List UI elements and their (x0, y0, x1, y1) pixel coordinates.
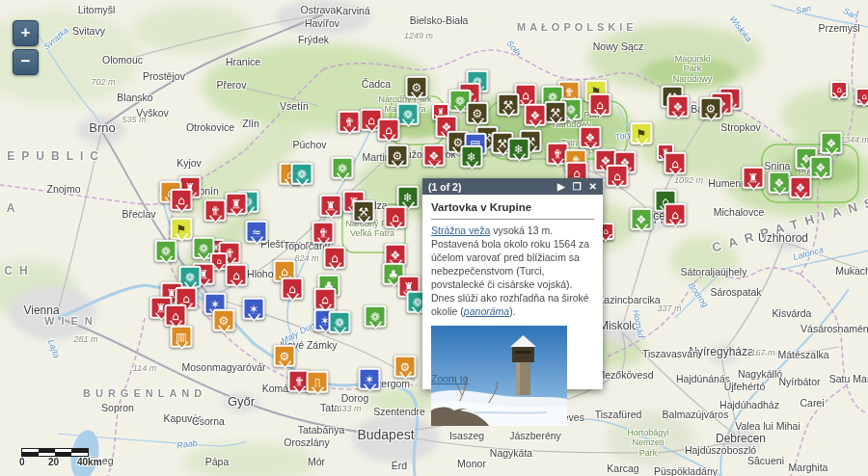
zoom-in-button[interactable]: + (13, 20, 39, 46)
scale-label-40km: 40km (77, 457, 102, 467)
popup-description-text: vysoká 13 m. Postavená bola okolo roku 1… (431, 225, 589, 317)
map-pin-manor-icon[interactable]: ⌂ (282, 278, 304, 300)
scale-bar: 0 20 40km (21, 448, 118, 468)
map-pin-mill-icon[interactable]: ⚙ (274, 345, 296, 367)
map-pin-church-icon[interactable]: ✟ (204, 199, 227, 222)
map-pin-church-icon[interactable]: ✟ (312, 222, 335, 244)
map-pin-door-icon[interactable]: ▯ (307, 371, 329, 393)
map-pin-ski-icon[interactable]: ❄ (397, 186, 420, 208)
maximize-icon[interactable]: ❐ (573, 182, 582, 192)
map-pin-mill-icon[interactable]: ⚙ (406, 76, 428, 98)
map-pin-manor-icon[interactable]: ⌂ (385, 206, 407, 228)
map-pin-eagle-icon[interactable]: ✶ (243, 298, 265, 320)
map-pin-ornament-icon[interactable]: ❖ (769, 172, 791, 194)
map-pin-folk-icon[interactable]: ❁ (155, 240, 177, 262)
close-icon[interactable]: ✕ (589, 182, 597, 192)
map-pin-castle-icon[interactable]: ♜ (320, 195, 342, 217)
map-pin-mine-icon[interactable]: ⚒ (498, 93, 520, 116)
map-pin-manor-icon[interactable]: ⌂ (171, 189, 193, 211)
map-pin-manor-icon[interactable]: ⌂ (855, 88, 868, 105)
map-pin-mill-icon[interactable]: ⚙ (394, 356, 417, 378)
map-pin-church-icon[interactable]: ✟ (339, 111, 361, 133)
strazna-veza-link[interactable]: Strážna veža (431, 225, 490, 236)
map-pin-hike-icon[interactable]: ⚑ (631, 122, 653, 145)
map-pin-folk-icon[interactable]: ❁ (365, 305, 387, 328)
map-pin-ski-icon[interactable]: ❄ (508, 138, 530, 160)
zoom-out-button[interactable]: − (13, 49, 39, 75)
map-pin-folk-icon[interactable]: ❁ (397, 103, 420, 125)
map-pin-ornament-icon[interactable]: ❖ (790, 176, 812, 198)
map-pin-castle-icon[interactable]: ♜ (743, 167, 765, 189)
panorama-link[interactable]: panoráma (464, 305, 509, 317)
map-pin-manor-icon[interactable]: ⌂ (830, 81, 848, 98)
map-pin-mill-icon[interactable]: ⚙ (700, 97, 722, 119)
map-pin-ornament-icon[interactable]: ❖ (810, 156, 832, 178)
map-pin-ski-icon[interactable]: ❄ (461, 145, 483, 168)
map-pin-ornament-icon[interactable]: ❖ (423, 145, 446, 167)
map-pin-manor-icon[interactable]: ⌂ (607, 165, 629, 187)
map-pin-castle-icon[interactable]: ♜ (226, 193, 248, 215)
map-pin-swim-icon[interactable]: ≈ (246, 221, 268, 243)
map-pin-ornament-icon[interactable]: ❖ (821, 132, 843, 154)
map-pin-folk-icon[interactable]: ❁ (332, 157, 354, 179)
map-pin-mine-icon[interactable]: ⚒ (353, 200, 375, 223)
popup-description-end: ). (509, 305, 515, 317)
map-pin-hike-icon[interactable]: ⚑ (171, 218, 193, 240)
popup-title: Vartovka v Krupine (431, 201, 594, 220)
feature-popup: (1 of 2) ▶ ❐ ✕ Vartovka v Krupine Strážn… (422, 178, 603, 389)
map-pin-mill-icon[interactable]: ⚙ (213, 309, 235, 331)
popup-header[interactable]: (1 of 2) ▶ ❐ ✕ (422, 178, 603, 195)
scale-label-0: 0 (19, 457, 25, 467)
map-pin-manor-icon[interactable]: ⌂ (165, 304, 187, 327)
map-pin-ornament-icon[interactable]: ❖ (667, 95, 690, 118)
popup-description: Strážna veža vysoká 13 m. Postavená bola… (431, 225, 594, 319)
map-pin-manor-icon[interactable]: ⌂ (665, 203, 687, 225)
map-pin-mill-icon[interactable]: ⚙ (387, 145, 409, 167)
map-pin-manor-icon[interactable]: ⌂ (314, 288, 337, 310)
map-pin-mill-icon[interactable]: ⚙ (467, 102, 489, 124)
map-pin-ornament-icon[interactable]: ❖ (631, 208, 653, 230)
map-pin-manor-icon[interactable]: ⌂ (324, 247, 346, 269)
map-pin-manor-icon[interactable]: ⌂ (378, 119, 400, 141)
map-pin-folk-icon[interactable]: ❁ (291, 163, 313, 185)
map-pin-eagle-icon[interactable]: ✶ (359, 368, 381, 390)
map-pin-manor-icon[interactable]: ⌂ (665, 152, 687, 174)
map-application: LitomyšlSvitavyOlomoucProstějovHranicePř… (0, 0, 868, 476)
map-pin-mine-icon[interactable]: ⚒ (545, 101, 567, 123)
map-pin-ornament-icon[interactable]: ❖ (525, 104, 547, 126)
map-pin-chart-icon[interactable]: ▥ (171, 326, 193, 348)
map-pin-ornament-icon[interactable]: ❖ (580, 126, 602, 148)
map-pin-folk-icon[interactable]: ❁ (329, 311, 351, 333)
popup-pager: (1 of 2) (428, 181, 550, 193)
scale-label-20: 20 (48, 457, 59, 467)
map-pin-manor-icon[interactable]: ⌂ (226, 264, 248, 286)
next-feature-icon[interactable]: ▶ (557, 182, 565, 192)
zoom-to-link[interactable]: Zoom to (431, 373, 469, 384)
map-pin-manor-icon[interactable]: ⌂ (589, 93, 611, 116)
